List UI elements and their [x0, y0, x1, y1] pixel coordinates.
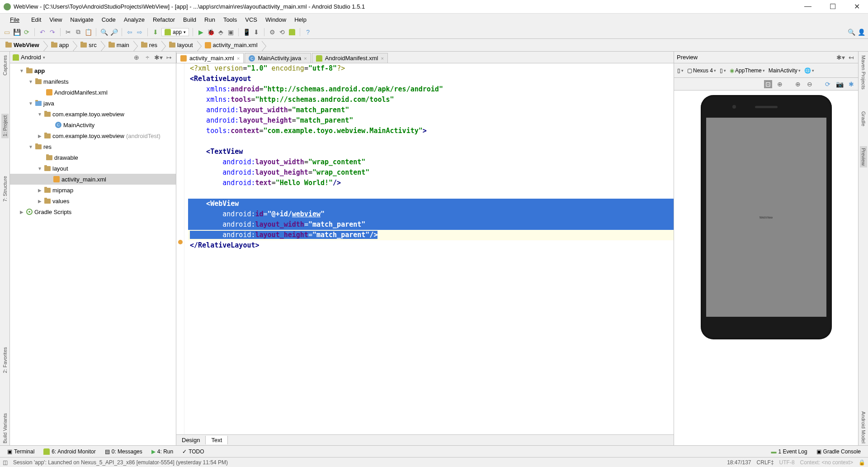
tool-terminal[interactable]: ▣Terminal: [3, 448, 39, 456]
make-icon[interactable]: ⬇: [151, 28, 160, 36]
tree-mipmap[interactable]: ▶mipmap: [10, 185, 176, 195]
close-icon[interactable]: ×: [304, 56, 307, 61]
copy-icon[interactable]: ⧉: [74, 28, 82, 36]
screenshot-icon[interactable]: 📷: [835, 80, 844, 88]
activity-selector[interactable]: MainActivity▾: [767, 67, 802, 75]
menu-window[interactable]: Window: [262, 15, 290, 24]
minimize-button[interactable]: —: [800, 1, 816, 12]
replace-icon[interactable]: 🔎: [110, 28, 118, 36]
hide-icon[interactable]: ↤: [847, 53, 855, 62]
menu-run[interactable]: Run: [201, 15, 219, 24]
attach-debugger-icon[interactable]: ⬘: [217, 28, 225, 36]
tree-package-test[interactable]: ▶com.example.toyo.webview (androidTest): [10, 130, 176, 141]
tree-layout[interactable]: ▼layout: [10, 163, 176, 174]
tree-java[interactable]: ▼java: [10, 98, 176, 109]
search-everywhere-icon[interactable]: 🔍: [847, 28, 855, 36]
forward-icon[interactable]: ⇨: [136, 28, 144, 36]
save-icon[interactable]: 💾: [13, 28, 21, 36]
rail-preview[interactable]: Preview: [860, 146, 867, 167]
crumb-main[interactable]: main: [105, 41, 133, 49]
tool-windows-icon[interactable]: ◫: [3, 459, 8, 466]
rail-gradle[interactable]: Gradle: [860, 110, 867, 128]
tree-app[interactable]: ▼app: [10, 65, 176, 76]
tree-activity-main[interactable]: activity_main.xml: [10, 174, 176, 185]
menu-navigate[interactable]: Navigate: [66, 15, 97, 24]
device-selector[interactable]: ▢Nexus 4▾: [686, 67, 717, 75]
status-lock-icon[interactable]: 🔒: [859, 459, 865, 466]
menu-code[interactable]: Code: [98, 15, 119, 24]
tab-activity-main[interactable]: activity_main.xml×: [176, 53, 244, 63]
menu-view[interactable]: View: [46, 15, 66, 24]
scroll-from-source-icon[interactable]: ⊕: [132, 53, 141, 62]
crumb-layout[interactable]: layout: [165, 41, 197, 49]
status-line-separator[interactable]: CRLF‡: [757, 459, 774, 466]
tree-main-activity[interactable]: CMainActivity: [10, 119, 176, 130]
sync-icon[interactable]: ⟳: [23, 28, 31, 36]
stop-icon[interactable]: ▣: [226, 28, 235, 36]
run-icon[interactable]: ▶: [197, 28, 205, 36]
tree-gradle-scripts[interactable]: ▶Gradle Scripts: [10, 206, 176, 217]
tab-main-activity[interactable]: CMainActivity.java×: [245, 53, 311, 63]
tool-run[interactable]: ▶4: Run: [147, 448, 178, 456]
sdk-icon[interactable]: ⬇: [252, 28, 260, 36]
rail-structure[interactable]: 7: Structure: [1, 174, 9, 204]
rail-build-variants[interactable]: Build Variants: [1, 411, 9, 445]
close-icon[interactable]: ×: [237, 56, 240, 61]
android-icon2[interactable]: [288, 28, 296, 36]
menu-file[interactable]: File: [3, 15, 27, 24]
sync-gradle-icon[interactable]: ⟲: [278, 28, 286, 36]
device-preview[interactable]: WebView: [674, 91, 858, 445]
tool-event-log[interactable]: ▬1 Event Log: [767, 448, 812, 456]
back-icon[interactable]: ⇦: [126, 28, 134, 36]
rail-project[interactable]: 1: Project: [1, 114, 9, 138]
rail-android-model[interactable]: Android Model: [860, 410, 867, 445]
crumb-src[interactable]: src: [77, 41, 100, 49]
tab-android-manifest[interactable]: AndroidManifest.xml×: [312, 53, 388, 63]
crumb-res[interactable]: res: [137, 41, 161, 49]
tool-gradle-console[interactable]: ▣Gradle Console: [812, 448, 865, 456]
orientation-selector[interactable]: ▯▾: [676, 67, 685, 75]
avd-icon[interactable]: 📱: [242, 28, 250, 36]
crumb-file[interactable]: activity_main.xml: [201, 41, 261, 49]
rail-captures[interactable]: Captures: [1, 53, 9, 77]
hide-icon[interactable]: ↦: [165, 53, 173, 62]
menu-analyze[interactable]: Analyze: [120, 15, 148, 24]
status-encoding[interactable]: UTF-8: [779, 459, 795, 466]
api-selector[interactable]: ▯▾: [718, 67, 727, 75]
tool-messages[interactable]: ▤0: Messages: [100, 448, 147, 456]
settings-icon[interactable]: ✱▾: [836, 53, 844, 62]
project-view-selector[interactable]: Android: [21, 54, 41, 61]
zoom-actual-icon[interactable]: ⊕: [776, 80, 784, 88]
debug-icon[interactable]: 🐞: [207, 28, 215, 36]
status-context[interactable]: Context: <no context>: [800, 459, 853, 466]
preview-settings-icon[interactable]: ✱: [847, 80, 855, 88]
undo-icon[interactable]: ↶: [38, 28, 47, 36]
zoom-in-icon[interactable]: ⊕: [794, 80, 802, 88]
theme-selector[interactable]: ◉AppTheme▾: [728, 67, 766, 75]
refresh-icon[interactable]: ⟳: [824, 80, 832, 88]
code-editor[interactable]: <?xml version="1.0" encoding="utf-8"?><R…: [176, 63, 674, 434]
tree-drawable[interactable]: drawable: [10, 152, 176, 163]
crumb-app[interactable]: app: [47, 41, 73, 49]
collapse-icon[interactable]: ÷: [143, 53, 151, 62]
zoom-fit-icon[interactable]: ⊡: [764, 80, 772, 88]
close-button[interactable]: ✕: [849, 1, 864, 12]
tool-todo[interactable]: ✓TODO: [178, 448, 208, 456]
menu-refactor[interactable]: Refactor: [149, 15, 179, 24]
tree-values[interactable]: ▶values: [10, 195, 176, 206]
tree-res[interactable]: ▼res: [10, 141, 176, 152]
find-icon[interactable]: 🔍: [100, 28, 108, 36]
settings-icon[interactable]: ✱▾: [154, 53, 162, 62]
tree-manifests[interactable]: ▼manifests: [10, 76, 176, 87]
tool-android-monitor[interactable]: 6: Android Monitor: [39, 448, 100, 456]
maximize-button[interactable]: ☐: [825, 1, 840, 12]
help-icon[interactable]: ?: [304, 28, 312, 36]
close-icon[interactable]: ×: [381, 56, 383, 61]
menu-tools[interactable]: Tools: [220, 15, 241, 24]
rail-maven[interactable]: Maven Projects: [860, 53, 867, 91]
user-icon[interactable]: 👤: [857, 28, 865, 36]
menu-vcs[interactable]: VCS: [241, 15, 261, 24]
cut-icon[interactable]: ✂: [64, 28, 72, 36]
tab-design[interactable]: Design: [176, 436, 206, 444]
open-icon[interactable]: ▭: [3, 28, 11, 36]
